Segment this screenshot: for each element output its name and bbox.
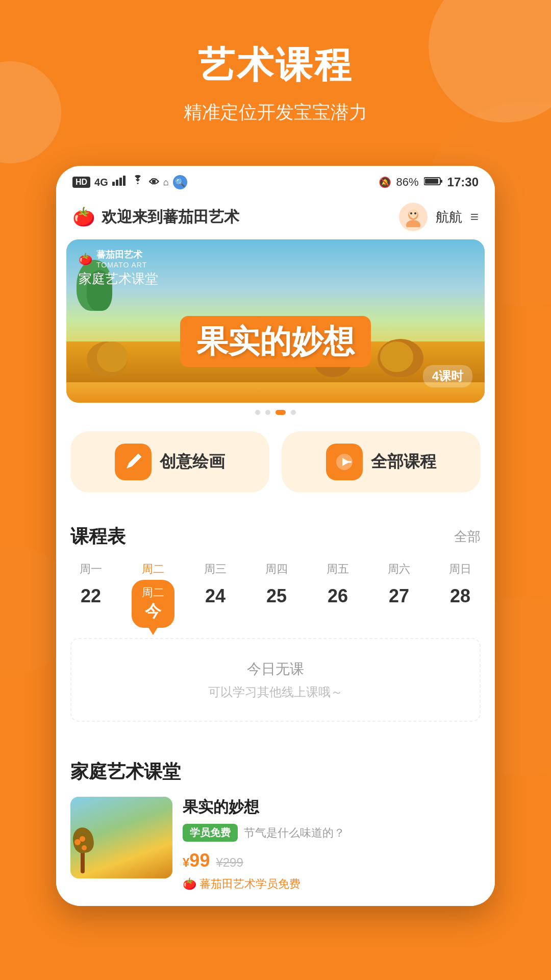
day-today-label: 周二: [142, 585, 164, 600]
banner-subtitle: 家庭艺术课堂: [79, 270, 158, 288]
svg-rect-3: [123, 176, 126, 186]
battery-icon: [424, 176, 442, 189]
wifi-icon: [131, 175, 145, 189]
course-card[interactable]: 果实的妙想 学员免费 节气是什么味道的？ ¥99 ¥299 🍅 蕃茄田艺术学员免…: [70, 797, 481, 892]
svg-rect-6: [441, 180, 442, 183]
banner-area[interactable]: 🍅 蕃茄田艺术 TOMATO ART 家庭艺术课堂 果实的妙想 4课时: [56, 239, 495, 415]
phone-mockup: HD 4G 👁 ⌂ 🔍 🔕 86% 17:30 🍅 欢迎来到蕃茄田艺术: [56, 166, 495, 906]
price-orig-value: 299: [223, 855, 243, 869]
banner-card[interactable]: 🍅 蕃茄田艺术 TOMATO ART 家庭艺术课堂 果实的妙想 4课时: [66, 239, 485, 403]
avatar[interactable]: [399, 203, 428, 231]
banner-logo-sub: TOMATO ART: [96, 261, 147, 269]
speech-bubble-tue: 周二 今: [132, 580, 174, 628]
dot-1: [255, 410, 260, 415]
category-all-button[interactable]: 全部课程: [282, 431, 481, 493]
schedule-more[interactable]: 全部: [454, 528, 481, 546]
day-name-wed: 周三: [204, 561, 227, 577]
category-drawing-button[interactable]: 创意绘画: [70, 431, 269, 493]
course-title: 果实的妙想: [183, 797, 481, 818]
course-thumbnail: [70, 797, 172, 878]
day-tab-wed[interactable]: 周三 24: [195, 561, 236, 628]
banner-badge: 4课时: [423, 365, 472, 387]
price-symbol: ¥: [183, 855, 189, 869]
price-original: ¥299: [216, 855, 243, 870]
no-class-box: 今日无课 可以学习其他线上课哦～: [70, 638, 481, 722]
bell-icon: 🔕: [379, 176, 391, 188]
day-name-sun: 周日: [449, 561, 471, 577]
svg-rect-0: [112, 182, 115, 186]
day-num-sat: 27: [383, 580, 415, 612]
price-current: ¥99: [183, 850, 210, 871]
tomato-icon-small: 🍅: [183, 877, 196, 891]
menu-icon[interactable]: ≡: [470, 209, 479, 225]
course-tags: 学员免费 节气是什么味道的？: [183, 824, 481, 842]
signal-icon: [112, 176, 127, 189]
art-section-title: 家庭艺术课堂: [70, 760, 181, 785]
day-name-tue: 周二: [142, 561, 164, 577]
day-name-thu: 周四: [265, 561, 288, 577]
day-tab-sat[interactable]: 周六 27: [379, 561, 419, 628]
course-note: 🍅 蕃茄田艺术学员免费: [183, 876, 481, 892]
day-num-tue: 今: [145, 600, 161, 623]
status-right: 🔕 86% 17:30: [379, 175, 479, 189]
drawing-icon-wrap: [115, 444, 152, 480]
schedule-section: 课程表 全部 周一 22 周二 周二 今 周三 24: [56, 510, 495, 740]
category-drawing-label: 创意绘画: [160, 451, 225, 473]
extra-icon: ⌂: [163, 177, 169, 188]
day-name-sat: 周六: [388, 561, 410, 577]
welcome-text: 欢迎来到蕃茄田艺术: [102, 207, 239, 228]
day-tab-fri[interactable]: 周五 26: [317, 561, 358, 628]
price-value: 99: [189, 850, 210, 871]
time-display: 17:30: [447, 175, 479, 189]
banner-main-text: 果实的妙想: [196, 324, 355, 359]
banner-logo-text: 蕃茄田艺术: [96, 250, 147, 261]
hero-subtitle: 精准定位开发宝宝潜力: [20, 100, 531, 125]
tag-free: 学员免费: [183, 824, 238, 842]
tomato-logo: 🍅: [72, 206, 95, 228]
art-section: 家庭艺术课堂 果实的妙想 学员免费 节气是什么味道的？: [56, 745, 495, 906]
day-tabs: 周一 22 周二 周二 今 周三 24 周四 25: [70, 561, 481, 628]
dot-4: [291, 410, 296, 415]
price-area: ¥99 ¥299: [183, 850, 481, 871]
status-bar: HD 4G 👁 ⌂ 🔍 🔕 86% 17:30: [56, 166, 495, 194]
hd-badge: HD: [72, 177, 90, 188]
schedule-title: 课程表: [70, 524, 126, 549]
category-section: 创意绘画 全部课程: [56, 419, 495, 505]
svg-point-11: [414, 212, 416, 214]
tag-desc: 节气是什么味道的？: [244, 825, 345, 841]
header-right[interactable]: 航航 ≡: [399, 203, 479, 231]
header-left: 🍅 欢迎来到蕃茄田艺术: [72, 206, 239, 228]
banner-dots: [66, 410, 485, 415]
price-orig-symbol: ¥: [216, 855, 222, 869]
all-courses-icon-wrap: [326, 444, 363, 480]
search-icon[interactable]: 🔍: [173, 175, 187, 189]
svg-rect-5: [425, 179, 438, 184]
banner-logo-area: 🍅 蕃茄田艺术 TOMATO ART: [79, 250, 147, 269]
schedule-header: 课程表 全部: [70, 524, 481, 549]
dot-3-active: [276, 410, 286, 415]
day-num-sun: 28: [444, 580, 477, 612]
day-name-mon: 周一: [80, 561, 102, 577]
hero-title: 艺术课程: [20, 41, 531, 90]
username: 航航: [436, 208, 462, 226]
eye-icon: 👁: [149, 177, 159, 188]
network-4g: 4G: [94, 177, 108, 188]
svg-point-10: [410, 212, 412, 214]
day-tab-thu[interactable]: 周四 25: [256, 561, 297, 628]
day-num-wed: 24: [199, 580, 232, 612]
day-num-mon: 22: [74, 580, 107, 612]
day-tab-tue[interactable]: 周二 周二 今: [132, 561, 174, 628]
day-num-thu: 25: [260, 580, 293, 612]
no-class-line1: 今日无课: [82, 659, 469, 679]
art-section-header: 家庭艺术课堂: [70, 760, 481, 785]
app-header: 🍅 欢迎来到蕃茄田艺术 航航 ≡: [56, 194, 495, 239]
course-info: 果实的妙想 学员免费 节气是什么味道的？ ¥99 ¥299 🍅 蕃茄田艺术学员免…: [183, 797, 481, 892]
no-class-line2: 可以学习其他线上课哦～: [82, 684, 469, 700]
day-tab-mon[interactable]: 周一 22: [70, 561, 111, 628]
hero-section: 艺术课程 精准定位开发宝宝潜力: [0, 0, 551, 145]
day-name-fri: 周五: [327, 561, 349, 577]
category-all-label: 全部课程: [371, 451, 436, 473]
day-tab-sun[interactable]: 周日 28: [440, 561, 481, 628]
svg-rect-1: [116, 180, 118, 186]
status-left: HD 4G 👁 ⌂ 🔍: [72, 175, 187, 189]
